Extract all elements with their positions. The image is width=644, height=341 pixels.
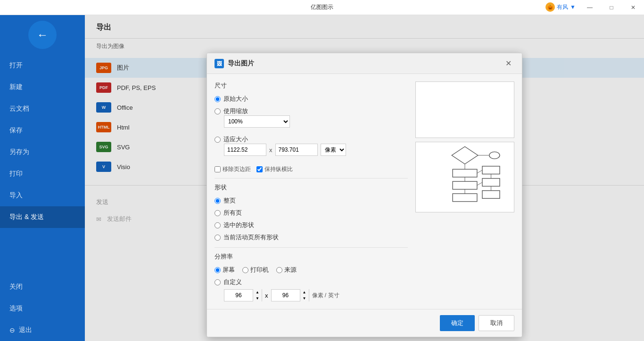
res-printer[interactable]: 打印机 [242, 266, 269, 274]
export-label: 导出 & 发送 [9, 213, 44, 221]
svg-point-2 [489, 152, 500, 159]
svg-line-15 [477, 182, 482, 185]
custom-w-up[interactable]: ▲ [253, 289, 262, 295]
user-dropdown-icon: ▼ [570, 4, 576, 10]
res-times-sep: x [265, 292, 268, 299]
sidebar-item-cloud[interactable]: 云文档 [0, 98, 85, 120]
shape-radio-group: 整页 所有页 选中的形状 当前活动页所有形状 [215, 196, 408, 242]
cloud-label: 云文档 [9, 105, 29, 113]
shape-whole[interactable]: 整页 [215, 196, 408, 205]
custom-w-stepper[interactable]: ▲ ▼ [224, 289, 262, 301]
confirm-button[interactable]: 确定 [440, 315, 475, 331]
res-screen[interactable]: 屏幕 [215, 266, 235, 274]
shape-active[interactable]: 当前活动页所有形状 [215, 233, 408, 242]
sidebar-item-saveas[interactable]: 另存为 [0, 141, 85, 163]
custom-res-inputs: ▲ ▼ x ▲ ▼ 像素 / 英寸 [224, 289, 408, 301]
maximize-button[interactable]: □ [601, 0, 622, 15]
keep-ratio-checkbox[interactable] [256, 166, 263, 172]
sidebar-item-save[interactable]: 保存 [0, 120, 85, 141]
keep-ratio-label[interactable]: 保持纵横比 [256, 165, 293, 173]
sidebar-item-open[interactable]: 打开 [0, 55, 85, 76]
dialog-title: 导出图片 [228, 59, 254, 68]
svg-rect-6 [453, 181, 477, 189]
fit-height-input[interactable] [275, 144, 318, 156]
app-title: 亿图图示 [311, 3, 333, 11]
new-label: 新建 [9, 83, 23, 91]
scale-input-row: 100% [224, 115, 408, 128]
custom-w-down[interactable]: ▼ [253, 295, 262, 301]
saveas-label: 另存为 [9, 148, 29, 156]
svg-rect-4 [453, 169, 477, 177]
minimize-button[interactable]: — [579, 0, 601, 15]
user-avatar: 🎃 [545, 2, 555, 12]
dialog-left-panel: 尺寸 原始大小 使用缩放 100% [215, 81, 408, 301]
size-option-scale-row: 使用缩放 100% [215, 107, 408, 131]
res-source[interactable]: 来源 [276, 266, 297, 274]
user-name: 有风 [557, 3, 568, 11]
fit-input-row: x 像素 [224, 144, 408, 156]
print-label: 打印 [9, 170, 23, 178]
sidebar-item-close[interactable]: 关闭 [0, 276, 85, 298]
titlebar: 亿图图示 🎃 有风 ▼ — □ ✕ [0, 0, 644, 15]
import-label: 导入 [9, 191, 23, 200]
custom-w-input[interactable] [224, 290, 253, 301]
titlebar-controls: — □ ✕ [579, 0, 644, 15]
scale-select[interactable]: 100% [224, 115, 290, 128]
custom-h-up[interactable]: ▲ [300, 289, 309, 295]
sidebar-item-quit[interactable]: ⊖ 退出 [0, 319, 85, 341]
sidebar-item-options[interactable]: 选项 [0, 298, 85, 319]
size-option-fit-row: 适应大小 x 像素 [215, 135, 408, 160]
open-label: 打开 [9, 61, 23, 70]
dialog-title-icon: 🖼 [215, 59, 224, 68]
dialog-footer: 确定 取消 [207, 309, 522, 337]
shape-all-label: 所有页 [223, 209, 242, 217]
shape-section-title: 形状 [215, 183, 408, 192]
fit-width-input[interactable] [224, 144, 266, 156]
close-window-button[interactable]: ✕ [622, 0, 644, 15]
cancel-button[interactable]: 取消 [479, 315, 514, 331]
dialog-header: 🖼 导出图片 ✕ [207, 53, 522, 74]
sidebar: ← 打开 新建 云文档 保存 另存为 打印 导入 导出 & 发送 关闭 [0, 15, 85, 341]
sidebar-item-import[interactable]: 导入 [0, 185, 85, 206]
times-separator: x [269, 146, 272, 154]
size-original-label: 原始大小 [223, 95, 248, 103]
custom-h-input[interactable] [272, 290, 300, 301]
shape-selected-label: 选中的形状 [223, 221, 254, 229]
save-label: 保存 [9, 126, 23, 135]
svg-rect-9 [482, 166, 500, 174]
back-button[interactable]: ← [28, 21, 57, 49]
svg-marker-0 [452, 146, 478, 164]
sidebar-item-print[interactable]: 打印 [0, 163, 85, 185]
size-fit-label: 适应大小 [223, 135, 248, 144]
export-image-dialog: 🖼 导出图片 ✕ 尺寸 原始大小 使 [206, 53, 522, 337]
preview-box-bottom [415, 142, 514, 212]
svg-line-14 [477, 170, 482, 173]
quit-label: 退出 [19, 326, 32, 334]
sidebar-item-export[interactable]: 导出 & 发送 [0, 206, 85, 228]
sidebar-item-new[interactable]: 新建 [0, 76, 85, 98]
custom-h-down[interactable]: ▼ [300, 295, 309, 301]
custom-res-row[interactable]: 自定义 [215, 278, 408, 286]
shape-selected[interactable]: 选中的形状 [215, 221, 408, 229]
svg-rect-11 [482, 191, 500, 199]
resolution-row: 屏幕 打印机 来源 [215, 266, 408, 274]
shape-whole-label: 整页 [223, 196, 236, 205]
remove-margin-checkbox[interactable] [215, 166, 221, 172]
shape-all[interactable]: 所有页 [215, 209, 408, 217]
quit-icon: ⊖ [9, 326, 15, 334]
resolution-section-title: 分辨率 [215, 252, 408, 261]
custom-h-stepper[interactable]: ▲ ▼ [271, 289, 309, 301]
options-label: 选项 [9, 304, 23, 313]
flowchart-preview [416, 142, 514, 212]
fit-unit-select[interactable]: 像素 [321, 144, 346, 156]
svg-rect-10 [482, 179, 500, 187]
user-area[interactable]: 🎃 有风 ▼ [545, 2, 576, 12]
sidebar-bottom: 关闭 选项 ⊖ 退出 [0, 276, 85, 341]
shape-active-label: 当前活动页所有形状 [223, 233, 279, 242]
remove-margin-label[interactable]: 移除页边距 [215, 165, 251, 173]
svg-rect-8 [453, 194, 477, 202]
custom-unit-label: 像素 / 英寸 [312, 292, 339, 300]
size-option-original[interactable]: 原始大小 [215, 95, 408, 103]
dialog-close-button[interactable]: ✕ [503, 58, 514, 69]
size-section-title: 尺寸 [215, 81, 408, 90]
